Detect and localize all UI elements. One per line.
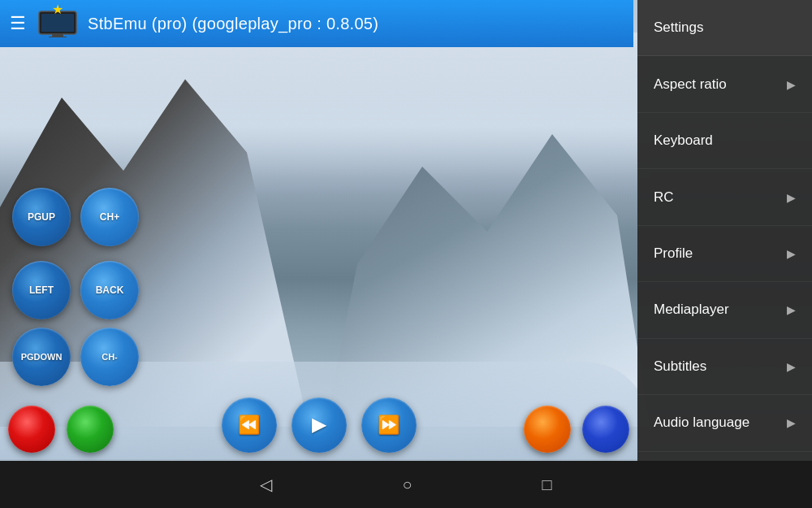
menu-backdrop[interactable]: [0, 0, 637, 508]
menu-item-subtitles[interactable]: Subtitles ▶: [637, 339, 812, 395]
menu-arrow-subtitles: ▶: [787, 360, 796, 373]
menu-item-settings-label: Settings: [654, 20, 796, 36]
menu-item-settings[interactable]: Settings: [637, 0, 812, 56]
menu-item-mediaplayer-label: Mediaplayer: [654, 302, 787, 318]
system-back-button[interactable]: ◁: [260, 475, 272, 494]
menu-item-profile-label: Profile: [654, 245, 787, 262]
menu-arrow-aspect-ratio: ▶: [787, 78, 796, 91]
menu-item-profile[interactable]: Profile ▶: [637, 226, 812, 282]
menu-item-rc[interactable]: RC ▶: [637, 169, 812, 225]
menu-item-audio-language[interactable]: Audio language ▶: [637, 395, 812, 451]
menu-item-keyboard[interactable]: Keyboard: [637, 113, 812, 169]
menu-arrow-audio-language: ▶: [787, 416, 796, 429]
bottom-navigation-bar: ◁ ○ □: [0, 461, 812, 508]
menu-arrow-profile: ▶: [787, 247, 796, 260]
menu-item-keyboard-label: Keyboard: [654, 132, 796, 149]
menu-item-rc-label: RC: [654, 189, 787, 206]
menu-item-aspect-ratio[interactable]: Aspect ratio ▶: [637, 56, 812, 112]
dropdown-menu: Settings Aspect ratio ▶ Keyboard RC ▶ Pr…: [637, 0, 812, 508]
menu-item-aspect-ratio-label: Aspect ratio: [654, 76, 787, 93]
system-recents-button[interactable]: □: [542, 475, 552, 494]
menu-item-audio-language-label: Audio language: [654, 415, 787, 431]
menu-item-mediaplayer[interactable]: Mediaplayer ▶: [637, 282, 812, 338]
menu-item-subtitles-label: Subtitles: [654, 358, 787, 375]
system-home-button[interactable]: ○: [402, 475, 412, 494]
menu-arrow-mediaplayer: ▶: [787, 303, 796, 316]
menu-arrow-rc: ▶: [787, 191, 796, 204]
